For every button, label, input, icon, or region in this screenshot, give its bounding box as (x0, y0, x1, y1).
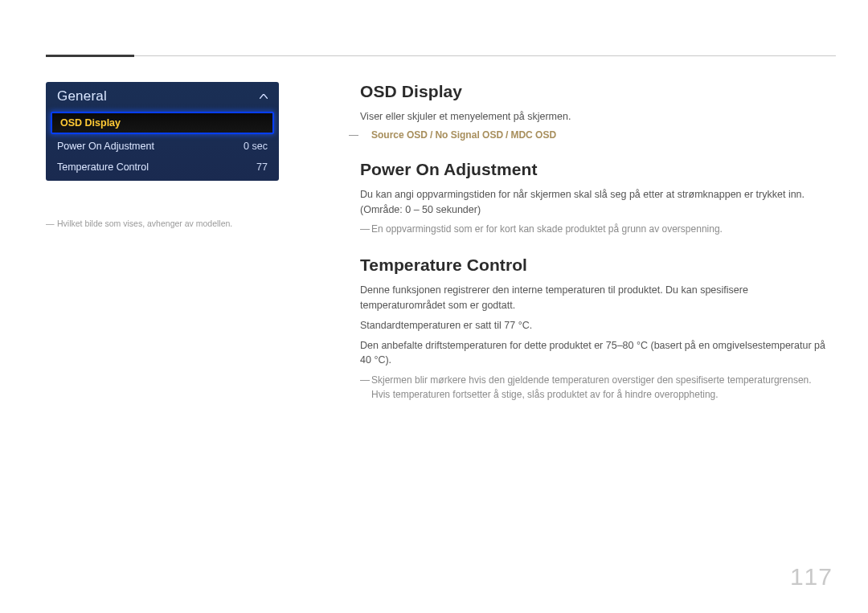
section-body: Du kan angi oppvarmingstiden for når skj… (360, 187, 828, 218)
section-body: Den anbefalte driftstemperaturen for det… (360, 338, 828, 369)
section-title: OSD Display (360, 82, 828, 101)
menu-item-label: Temperature Control (57, 161, 149, 173)
chevron-up-icon (260, 94, 268, 99)
content-column: OSD Display Viser eller skjuler et menye… (360, 82, 828, 421)
page-number: 117 (790, 563, 833, 591)
section-title: Temperature Control (360, 255, 828, 275)
footnote-left-text: Hvilket bilde som vises, avhenger av mod… (57, 219, 232, 228)
section-temperature-control: Temperature Control Denne funksjonen reg… (360, 255, 828, 402)
section-title: Power On Adjustment (360, 160, 828, 179)
menu-panel-header: General (46, 82, 279, 110)
menu-item-value: 77 (256, 161, 268, 173)
menu-item-osd-display[interactable]: OSD Display (51, 112, 274, 134)
menu-item-value: 0 sec (244, 141, 268, 152)
option: Source OSD (371, 129, 428, 141)
footnote-left: ―Hvilket bilde som vises, avhenger av mo… (46, 219, 287, 228)
menu-item-temperature-control[interactable]: Temperature Control 77 (46, 157, 279, 181)
section-options: ―Source OSD/No Signal OSD/MDC OSD (360, 129, 828, 141)
menu-item-power-on-adjustment[interactable]: Power On Adjustment 0 sec (46, 136, 279, 157)
section-note: ―Skjermen blir mørkere hvis den gjeldend… (360, 373, 828, 402)
horizontal-rule (46, 55, 836, 56)
menu-panel: General OSD Display Power On Adjustment … (46, 82, 279, 181)
menu-item-label: OSD Display (60, 117, 121, 129)
section-body: Standardtemperaturen er satt til 77 °C. (360, 318, 828, 333)
section-body: Viser eller skjuler et menyelement på sk… (360, 109, 828, 125)
section-note: ―En oppvarmingstid som er for kort kan s… (360, 222, 828, 236)
section-osd-display: OSD Display Viser eller skjuler et menye… (360, 82, 828, 141)
menu-panel-title: General (57, 88, 107, 104)
page: General OSD Display Power On Adjustment … (0, 0, 868, 613)
section-power-on-adjustment: Power On Adjustment Du kan angi oppvarmi… (360, 160, 828, 237)
section-body: Denne funksjonen registrerer den interne… (360, 283, 828, 313)
option: No Signal OSD (435, 129, 503, 141)
menu-item-label: Power On Adjustment (57, 141, 154, 152)
option: MDC OSD (510, 129, 556, 141)
horizontal-rule-accent (46, 55, 134, 57)
